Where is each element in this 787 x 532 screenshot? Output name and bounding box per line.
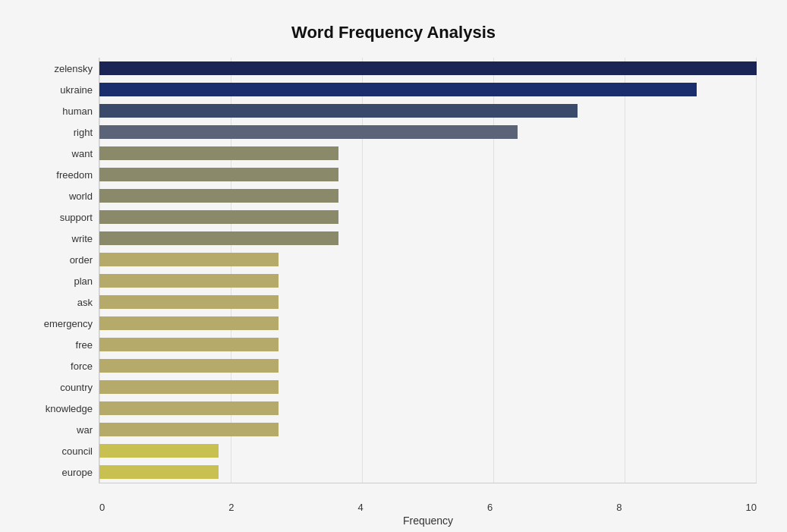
grid-line-2 — [231, 58, 231, 483]
bar-row-war — [99, 421, 757, 438]
bar-knowledge — [99, 401, 279, 415]
grid-lines — [99, 58, 757, 483]
x-tick-6: 6 — [487, 502, 493, 513]
y-label-council: council — [30, 446, 93, 456]
bar-row-want — [99, 145, 757, 162]
y-label-ukraine: ukraine — [30, 85, 93, 95]
grid-line-6 — [493, 58, 494, 483]
bar-row-world — [99, 187, 757, 204]
bar-right — [99, 125, 518, 139]
y-axis: zelenskyukrainehumanrightwantfreedomworl… — [30, 58, 99, 483]
y-label-write: write — [30, 234, 93, 244]
chart-container: Word Frequency Analysis zelenskyukraineh… — [8, 8, 779, 532]
y-label-war: war — [30, 425, 93, 435]
bar-ukraine — [99, 83, 697, 96]
bar-free — [99, 338, 279, 351]
y-label-emergency: emergency — [30, 319, 93, 329]
bar-row-knowledge — [99, 400, 757, 417]
bar-row-ukraine — [99, 81, 757, 98]
chart-area: zelenskyukrainehumanrightwantfreedomworl… — [30, 58, 757, 483]
bar-row-country — [99, 379, 757, 395]
bar-human — [99, 104, 578, 118]
bar-row-zelensky — [99, 60, 757, 77]
x-tick-4: 4 — [358, 502, 364, 513]
y-label-ask: ask — [30, 297, 93, 307]
bar-war — [99, 423, 279, 436]
x-tick-8: 8 — [616, 502, 622, 513]
bar-row-force — [99, 357, 757, 374]
bar-force — [99, 359, 279, 373]
bar-council — [99, 444, 219, 458]
plot-area: Frequency 0246810 — [99, 58, 757, 483]
y-label-support: support — [30, 212, 93, 222]
grid-line-0 — [99, 58, 100, 483]
bar-plan — [99, 274, 279, 288]
bar-support — [99, 210, 338, 224]
y-label-human: human — [30, 106, 93, 116]
y-label-plan: plan — [30, 276, 93, 286]
grid-line-10 — [756, 58, 757, 483]
y-label-right: right — [30, 127, 93, 137]
y-label-freedom: freedom — [30, 170, 93, 180]
bar-row-plan — [99, 272, 757, 289]
bar-europe — [99, 465, 219, 479]
x-tick-10: 10 — [745, 502, 756, 513]
bar-row-free — [99, 336, 757, 353]
bar-zelensky — [99, 61, 757, 75]
bar-emergency — [99, 316, 279, 330]
bar-ask — [99, 295, 279, 309]
y-label-want: want — [30, 149, 93, 159]
bar-country — [99, 380, 279, 394]
x-axis-label: Frequency — [403, 515, 453, 527]
bar-world — [99, 189, 338, 203]
grid-line-4 — [362, 58, 363, 483]
y-label-europe: europe — [30, 467, 93, 477]
bar-row-ask — [99, 294, 757, 310]
y-label-country: country — [30, 382, 93, 392]
y-label-zelensky: zelensky — [30, 64, 93, 74]
y-label-knowledge: knowledge — [30, 404, 93, 414]
bar-write — [99, 231, 338, 245]
bar-row-order — [99, 251, 757, 268]
bar-order — [99, 253, 279, 266]
chart-title: Word Frequency Analysis — [30, 23, 757, 42]
bar-want — [99, 146, 338, 160]
bar-row-human — [99, 102, 757, 119]
bar-row-support — [99, 209, 757, 225]
y-label-order: order — [30, 255, 93, 265]
y-label-free: free — [30, 340, 93, 350]
bar-row-freedom — [99, 166, 757, 183]
y-label-force: force — [30, 361, 93, 371]
bar-row-council — [99, 442, 757, 459]
bar-freedom — [99, 168, 338, 181]
grid-line-8 — [625, 58, 625, 483]
bar-row-write — [99, 230, 757, 247]
x-tick-2: 2 — [228, 502, 234, 513]
x-tick-0: 0 — [99, 502, 105, 513]
y-label-world: world — [30, 191, 93, 201]
bar-row-europe — [99, 464, 757, 480]
bar-row-right — [99, 124, 757, 140]
x-axis-ticks: 0246810 — [99, 502, 757, 513]
bar-row-emergency — [99, 315, 757, 332]
